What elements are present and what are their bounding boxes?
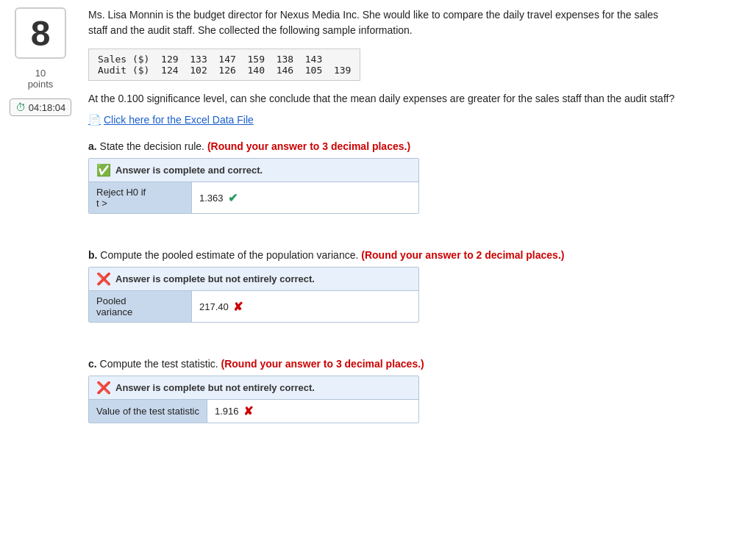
part-a-value: 1.363 (199, 193, 224, 204)
part-c-label: c. Compute the test statistic. (Round yo… (88, 358, 744, 370)
part-b-status-bar: ❌ Answer is complete but not entirely co… (89, 268, 418, 290)
part-a-label: a. State the decision rule. (Round your … (88, 140, 744, 152)
part-b-x-icon: ✘ (233, 300, 243, 314)
part-a-status-text: Answer is complete and correct. (115, 165, 263, 176)
data-table: Sales ($) 129 133 147 159 138 143 Audit … (88, 49, 360, 81)
part-c-answer-box: ❌ Answer is complete but not entirely co… (88, 376, 419, 423)
part-a-section: a. State the decision rule. (Round your … (88, 140, 744, 229)
part-a-row-value: 1.363 ✔ (192, 182, 245, 213)
part-b-answer-box: ❌ Answer is complete but not entirely co… (88, 267, 419, 323)
points-value: 10 (28, 68, 54, 79)
part-a-row-label: Reject H0 ift > (89, 182, 192, 213)
part-b-round-note: (Round your answer to 2 decimal places.) (361, 249, 564, 261)
part-b-row-label-text: Pooledvariance (96, 295, 132, 317)
part-c-status-text: Answer is complete but not entirely corr… (115, 382, 315, 393)
part-a-description: State the decision rule. (Round your ans… (100, 140, 411, 152)
part-b-row-label: Pooledvariance (89, 291, 192, 322)
part-a-status-bar: ✅ Answer is complete and correct. (89, 159, 418, 182)
timer-box: ⏱ 04:18:04 (10, 98, 72, 116)
part-b-value: 217.40 (199, 301, 229, 312)
timer-icon: ⏱ (15, 101, 26, 113)
page-wrapper: 8 10 points ⏱ 04:18:04 Ms. Lisa Monnin i… (0, 0, 756, 535)
excel-link-text[interactable]: Click here for the Excel Data File (104, 114, 254, 126)
part-a-letter: a. (88, 140, 97, 152)
part-a-check-icon: ✔ (228, 191, 238, 205)
part-b-label: b. Compute the pooled estimate of the po… (88, 249, 744, 261)
part-c-description: Compute the test statistic. (Round your … (100, 358, 424, 370)
part-a-round-note: (Round your answer to 3 decimal places.) (207, 140, 410, 152)
part-b-status-icon: ❌ (96, 272, 111, 286)
part-b-section: b. Compute the pooled estimate of the po… (88, 249, 744, 337)
part-c-row-label-text: Value of the test statistic (96, 406, 199, 417)
question-number-box: 8 (15, 7, 66, 59)
part-a-status-icon: ✅ (96, 163, 111, 177)
points-text: points (28, 79, 54, 90)
part-c-status-bar: ❌ Answer is complete but not entirely co… (89, 376, 418, 399)
part-c-status-icon: ❌ (96, 381, 111, 395)
part-c-section: c. Compute the test statistic. (Round yo… (88, 358, 744, 438)
part-c-answer-row: Value of the test statistic 1.916 ✘ (89, 399, 418, 423)
question-number: 8 (31, 13, 51, 54)
part-c-row-value: 1.916 ✘ (207, 400, 260, 423)
left-sidebar: 8 10 points ⏱ 04:18:04 (0, 0, 81, 535)
data-table-content: Sales ($) 129 133 147 159 138 143 Audit … (98, 54, 351, 76)
part-c-row-label: Value of the test statistic (89, 400, 207, 423)
part-c-x-icon: ✘ (243, 404, 253, 418)
part-a-row-label-text: Reject H0 ift > (96, 187, 146, 209)
timer-value: 04:18:04 (29, 102, 66, 113)
points-label: 10 points (28, 68, 54, 90)
part-b-status-text: Answer is complete but not entirely corr… (115, 273, 315, 284)
part-b-answer-row: Pooledvariance 217.40 ✘ (89, 290, 418, 322)
part-a-answer-box: ✅ Answer is complete and correct. Reject… (88, 158, 419, 214)
excel-icon: 📄 (88, 114, 101, 126)
part-c-round-note: (Round your answer to 3 decimal places.) (221, 358, 424, 370)
part-b-row-value: 217.40 ✘ (192, 291, 250, 322)
part-b-letter: b. (88, 249, 97, 261)
question-text: Ms. Lisa Monnin is the budget director f… (88, 7, 677, 38)
main-content: Ms. Lisa Monnin is the budget director f… (81, 0, 756, 535)
part-c-value: 1.916 (215, 406, 239, 417)
significance-text: At the 0.100 significance level, can she… (88, 91, 677, 107)
excel-link-wrapper[interactable]: 📄 Click here for the Excel Data File (88, 114, 254, 126)
part-c-letter: c. (88, 358, 97, 370)
part-a-answer-row: Reject H0 ift > 1.363 ✔ (89, 182, 418, 213)
part-b-description: Compute the pooled estimate of the popul… (100, 249, 564, 261)
